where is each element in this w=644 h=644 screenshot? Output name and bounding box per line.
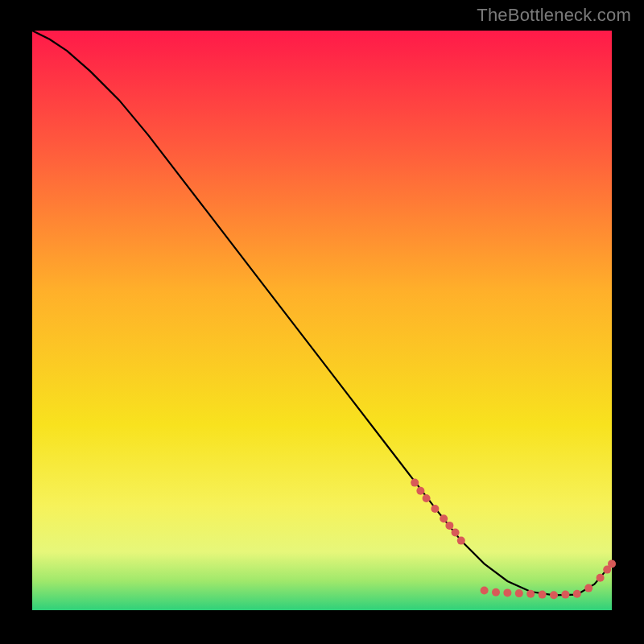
chart-marker xyxy=(573,590,581,598)
chart-marker xyxy=(526,590,535,598)
chart-marker xyxy=(492,588,500,597)
chart-marker xyxy=(503,588,511,597)
attribution-text: TheBottleneck.com xyxy=(477,5,631,26)
marker-cluster-bottom xyxy=(481,559,616,599)
chart-marker xyxy=(423,494,431,502)
chart-marker xyxy=(515,589,523,597)
chart-marker xyxy=(539,591,547,599)
chart-plot-area xyxy=(32,31,612,610)
curve-line xyxy=(32,31,612,595)
chart-marker xyxy=(597,574,605,582)
chart-marker xyxy=(411,479,419,487)
chart-marker xyxy=(452,529,460,537)
chart-marker xyxy=(481,587,489,595)
chart-svg xyxy=(32,31,612,610)
chart-marker xyxy=(440,514,448,522)
chart-marker xyxy=(584,584,592,592)
chart-marker xyxy=(561,591,569,599)
chart-marker xyxy=(445,522,453,530)
chart-marker xyxy=(608,559,616,568)
chart-marker xyxy=(550,591,558,599)
chart-marker xyxy=(416,487,424,495)
chart-marker xyxy=(431,505,439,513)
chart-marker xyxy=(457,537,465,545)
